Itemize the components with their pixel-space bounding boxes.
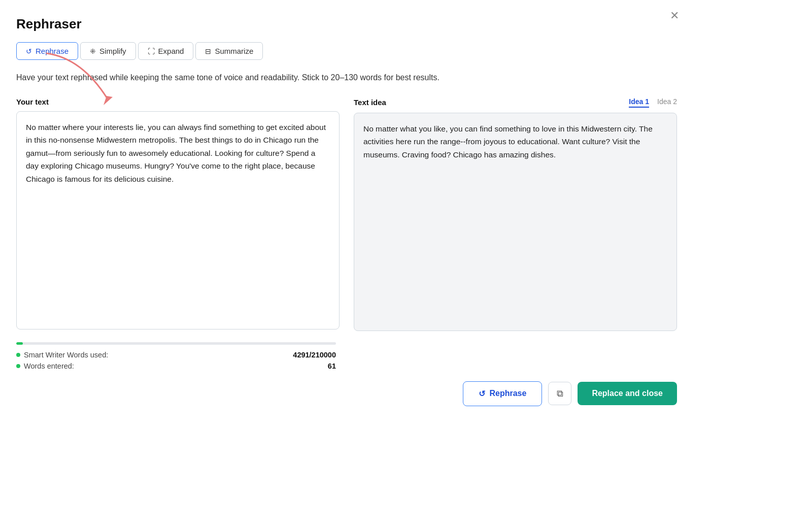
words-used-label: Smart Writer Words used: bbox=[16, 351, 108, 359]
stats-rows: Smart Writer Words used: 4291/210000 Wor… bbox=[16, 351, 677, 370]
idea-tab-1[interactable]: Idea 1 bbox=[629, 97, 649, 108]
text-idea-header: Text idea Idea 1 Idea 2 bbox=[354, 97, 677, 108]
tab-summarize-label: Summarize bbox=[215, 47, 253, 55]
progress-bar-container bbox=[16, 342, 336, 345]
your-text-header: Your text bbox=[16, 97, 340, 106]
idea-tabs: Idea 1 Idea 2 bbox=[629, 97, 677, 108]
progress-bar-fill bbox=[16, 342, 23, 345]
tab-simplify-label: Simplify bbox=[99, 47, 126, 55]
words-entered-dot bbox=[16, 364, 20, 368]
text-idea-column: Text idea Idea 1 Idea 2 No matter what y… bbox=[354, 97, 677, 331]
your-text-column: Your text No matter where your interests… bbox=[16, 97, 340, 331]
words-entered-row: Words entered: 61 bbox=[16, 362, 336, 370]
rephrase-button[interactable]: ↺ Rephrase bbox=[463, 381, 542, 406]
rephrase-btn-icon: ↺ bbox=[479, 389, 485, 399]
simplify-icon: ⁜ bbox=[90, 47, 96, 55]
dialog-title: Rephraser bbox=[16, 16, 677, 32]
your-text-title: Your text bbox=[16, 97, 49, 106]
stats-section: Smart Writer Words used: 4291/210000 Wor… bbox=[16, 342, 677, 370]
tab-summarize[interactable]: ⊟ Summarize bbox=[195, 42, 263, 60]
rephrase-icon: ↺ bbox=[26, 47, 32, 55]
replace-btn-label: Replace and close bbox=[592, 389, 663, 398]
expand-icon: ⛶ bbox=[148, 47, 155, 55]
replace-and-close-button[interactable]: Replace and close bbox=[578, 382, 677, 405]
words-used-value: 4291/210000 bbox=[293, 351, 336, 359]
text-idea-content: No matter what you like, you can find so… bbox=[363, 124, 653, 159]
your-text-content: No matter where your interests lie, you … bbox=[26, 123, 326, 183]
content-columns: Your text No matter where your interests… bbox=[16, 97, 677, 331]
idea-tab-2[interactable]: Idea 2 bbox=[657, 97, 677, 108]
words-used-dot bbox=[16, 353, 20, 357]
tab-expand-label: Expand bbox=[158, 47, 184, 55]
words-used-row: Smart Writer Words used: 4291/210000 bbox=[16, 351, 336, 359]
bottom-actions: ↺ Rephrase ⧉ Replace and close bbox=[16, 381, 677, 406]
summarize-icon: ⊟ bbox=[205, 47, 211, 55]
your-text-box[interactable]: No matter where your interests lie, you … bbox=[16, 111, 340, 330]
tab-rephrase[interactable]: ↺ Rephrase bbox=[16, 42, 78, 60]
rephrase-btn-label: Rephrase bbox=[489, 389, 526, 398]
copy-icon: ⧉ bbox=[557, 388, 563, 399]
tab-bar: ↺ Rephrase ⁜ Simplify ⛶ Expand ⊟ Summari… bbox=[16, 42, 677, 60]
words-entered-value: 61 bbox=[328, 362, 336, 370]
rephraser-dialog: ✕ Rephraser ↺ Rephrase ⁜ Simplify ⛶ Expa… bbox=[0, 0, 693, 527]
text-idea-box: No matter what you like, you can find so… bbox=[354, 113, 677, 331]
tab-simplify[interactable]: ⁜ Simplify bbox=[80, 42, 136, 60]
tab-rephrase-label: Rephrase bbox=[36, 47, 69, 55]
tab-expand[interactable]: ⛶ Expand bbox=[138, 42, 194, 60]
text-idea-title: Text idea bbox=[354, 98, 386, 107]
words-entered-label: Words entered: bbox=[16, 362, 74, 370]
description-text: Have your text rephrased while keeping t… bbox=[16, 71, 656, 84]
close-button[interactable]: ✕ bbox=[670, 10, 679, 21]
copy-button[interactable]: ⧉ bbox=[548, 382, 571, 405]
